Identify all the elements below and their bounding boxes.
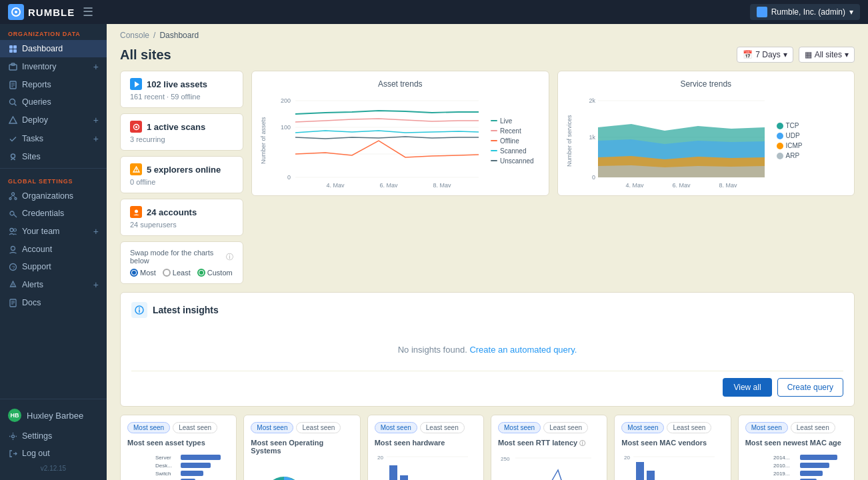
tab-most-seen-hardware[interactable]: Most seen: [375, 422, 417, 433]
sidebar-item-logout[interactable]: Log out: [0, 445, 107, 462]
tab-least-seen-rtt[interactable]: Least seen: [543, 422, 588, 433]
service-trends-legend: TCP UDP ICMP ARP: [777, 94, 810, 187]
calendar-icon: 📅: [743, 50, 753, 59]
date-range-label: 7 Days: [755, 50, 780, 59]
sidebar-item-docs[interactable]: Docs: [0, 294, 107, 311]
sidebar-item-dashboard[interactable]: Dashboard: [0, 40, 107, 57]
trend-charts-row: Asset trends Number of assets 200: [251, 71, 855, 196]
svg-text:8. May: 8. May: [433, 182, 451, 187]
bottom-card-hardware: Most seen Least seen Most seen hardware …: [367, 415, 484, 480]
tab-most-seen-asset-types[interactable]: Most seen: [127, 422, 170, 433]
svg-point-66: [139, 307, 140, 309]
sidebar-label-support: Support: [22, 262, 51, 271]
asset-trends-title: Asset trends: [260, 79, 541, 89]
dash-header: All sites 📅 7 Days ▾ ▦ All sites ▾: [107, 44, 868, 71]
hamburger-menu-icon[interactable]: ☰: [83, 5, 93, 19]
user-area[interactable]: HB Huxley Barbee: [0, 403, 107, 427]
svg-text:1k: 1k: [589, 134, 595, 141]
chevron-down-icon: ▾: [783, 50, 787, 59]
service-trends-chart: 2k 1k 0 4. May 6. May 8. May: [578, 94, 771, 187]
svg-point-24: [13, 229, 16, 231]
insights-title: Latest insights: [153, 305, 219, 315]
account-icon: [8, 245, 17, 254]
svg-rect-4: [9, 49, 13, 53]
sidebar-item-credentials[interactable]: Credentials: [0, 205, 107, 222]
svg-text:6. May: 6. May: [672, 182, 691, 187]
swap-mode-most[interactable]: Most: [130, 269, 156, 277]
insights-empty: No insights found. Create an automated q…: [131, 325, 843, 361]
create-query-button[interactable]: Create query: [777, 378, 843, 397]
tab-least-seen-asset-types[interactable]: Least seen: [173, 422, 217, 433]
svg-text:4. May: 4. May: [326, 182, 345, 187]
sidebar-divider: [0, 168, 107, 169]
service-y-label: Number of services: [566, 94, 573, 187]
tasks-plus-icon[interactable]: +: [93, 133, 99, 144]
inventory-plus-icon[interactable]: +: [93, 61, 99, 72]
org-selector[interactable]: Rumble, Inc. (admin) ▾: [750, 4, 860, 20]
sidebar-label-tasks: Tasks: [22, 134, 43, 143]
tab-least-seen-os[interactable]: Least seen: [296, 422, 341, 433]
bottom-card-rtt: Most seen Least seen Most seen RTT laten…: [491, 415, 607, 480]
insights-panel: Latest insights No insights found. Creat…: [120, 292, 855, 407]
tab-least-seen-mac-age[interactable]: Least seen: [791, 422, 835, 433]
tab-most-seen-rtt[interactable]: Most seen: [498, 422, 541, 433]
sidebar-item-organizations[interactable]: Organizations: [0, 187, 107, 205]
sidebar-item-support[interactable]: ? Support: [0, 258, 107, 275]
card-title-hardware: Most seen hardware: [375, 439, 477, 447]
view-all-button[interactable]: View all: [723, 378, 771, 397]
stat-card-scan[interactable]: 1 active scans 3 recurring: [120, 113, 243, 151]
tab-most-seen-mac-age[interactable]: Most seen: [745, 422, 788, 433]
sidebar-item-sites[interactable]: Sites: [0, 148, 107, 165]
sidebar-item-tasks[interactable]: Tasks +: [0, 129, 107, 148]
mac-age-chart: 2014... 2010... 2019... 2015... 2008...: [745, 452, 842, 480]
sites-icon: [8, 152, 17, 161]
reports-icon: [8, 80, 17, 89]
sidebar-item-deploy[interactable]: Deploy +: [0, 111, 107, 129]
tab-most-seen-mac-vendors[interactable]: Most seen: [621, 422, 664, 433]
create-query-link[interactable]: Create an automated query.: [469, 345, 577, 355]
stat-card-explorer[interactable]: 5 explorers online 0 offline: [120, 156, 243, 193]
tab-least-seen-hardware[interactable]: Least seen: [420, 422, 465, 433]
mac-vendors-chart: 20 10 0: [621, 452, 718, 480]
svg-marker-14: [9, 117, 17, 123]
bottom-card-mac-age: Most seen Least seen Most seen newest MA…: [738, 415, 855, 480]
breadcrumb-console[interactable]: Console: [120, 31, 149, 40]
stat-card-account[interactable]: 24 accounts 24 superusers: [120, 199, 243, 236]
swap-mode-least[interactable]: Least: [163, 269, 191, 277]
svg-rect-89: [400, 475, 408, 480]
sidebar-label-logout: Log out: [22, 449, 50, 458]
alerts-plus-icon[interactable]: +: [93, 279, 99, 290]
tab-least-seen-mac-vendors[interactable]: Least seen: [667, 422, 711, 433]
insights-icon: [131, 302, 147, 318]
svg-text:2010...: 2010...: [773, 463, 789, 469]
sidebar: ORGANIZATION DATA Dashboard Inventory +: [0, 24, 107, 480]
sidebar-item-reports[interactable]: Reports: [0, 76, 107, 93]
sidebar-label-dashboard: Dashboard: [22, 44, 63, 53]
swap-mode-label: Swap mode for the charts below ⓘ: [130, 249, 233, 265]
page-title: All sites: [120, 47, 171, 63]
info-icon: ⓘ: [226, 252, 233, 262]
tab-most-seen-os[interactable]: Most seen: [251, 422, 293, 433]
top-nav: RUMBLE ☰ Rumble, Inc. (admin) ▾: [0, 0, 868, 24]
svg-point-16: [11, 193, 14, 195]
sidebar-item-queries[interactable]: Queries: [0, 93, 107, 111]
sidebar-item-settings[interactable]: Settings: [0, 427, 107, 445]
swap-mode-custom[interactable]: Custom: [197, 269, 233, 277]
sidebar-item-your-team[interactable]: Your team +: [0, 222, 107, 241]
deploy-plus-icon[interactable]: +: [93, 115, 99, 125]
svg-rect-108: [800, 455, 837, 460]
sidebar-label-account: Account: [22, 245, 52, 254]
sidebar-item-inventory[interactable]: Inventory +: [0, 57, 107, 76]
stat-card-live[interactable]: 102 live assets 161 recent · 59 offline: [120, 71, 243, 108]
site-filter-select[interactable]: ▦ All sites ▾: [799, 47, 855, 63]
date-range-select[interactable]: 📅 7 Days ▾: [737, 47, 793, 63]
sidebar-item-alerts[interactable]: Alerts +: [0, 275, 107, 294]
sidebar-label-settings: Settings: [22, 431, 52, 441]
svg-point-1: [15, 11, 17, 13]
svg-rect-69: [181, 455, 221, 460]
svg-rect-71: [181, 463, 211, 468]
settings-icon: [8, 431, 17, 441]
your-team-plus-icon[interactable]: +: [93, 226, 99, 237]
logo-icon: [8, 4, 24, 20]
sidebar-item-account[interactable]: Account: [0, 241, 107, 258]
